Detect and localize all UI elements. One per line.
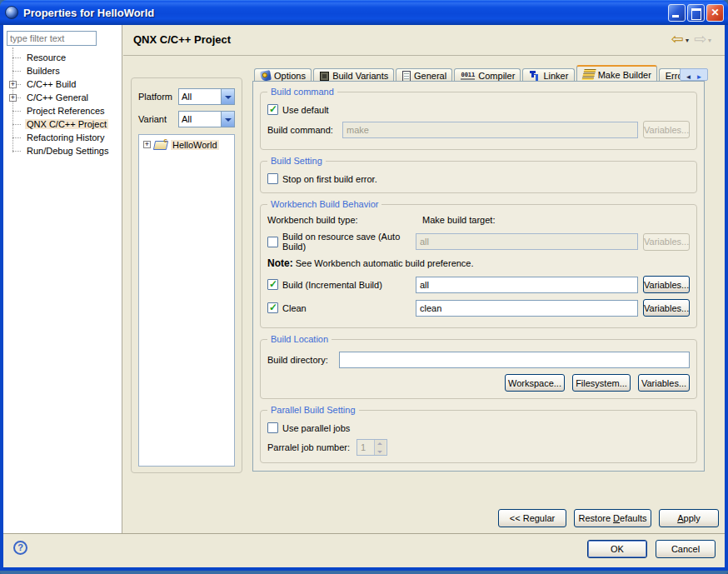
close-button[interactable] — [706, 4, 724, 22]
incremental-build-label: Build (Incremental Build) — [282, 280, 382, 290]
sidebar-item-resource[interactable]: Resource — [3, 51, 122, 64]
tab-scroll-control — [680, 68, 708, 81]
variant-select[interactable]: All — [178, 111, 235, 127]
sidebar-item-label: QNX C/C++ Project — [25, 119, 108, 129]
restore-defaults-button[interactable]: Restore Defaults — [574, 509, 651, 527]
build-directory-input[interactable] — [339, 352, 690, 368]
variables-button[interactable]: Variables... — [643, 276, 690, 293]
title-bar[interactable]: Properties for HelloWorld — [0, 0, 728, 25]
workbench-build-group: Workbench Build Behavior Workbench build… — [260, 204, 697, 328]
build-location-group: Build Location Build directory: Workspac… — [260, 339, 697, 399]
auto-build-checkbox[interactable] — [267, 237, 278, 247]
sidebar-item-label: Project References — [25, 106, 107, 116]
make-builder-panel: Build command Use default Build command:… — [252, 81, 705, 472]
apply-text: pply — [684, 513, 701, 523]
variant-value: All — [179, 114, 221, 124]
auto-build-label: Build on resource save (Auto Build) — [282, 232, 416, 252]
platform-variant-group: Platform All Variant All HelloWorld — [131, 77, 242, 473]
filesystem-button[interactable]: Filesystem... — [572, 374, 631, 392]
filter-input[interactable] — [7, 31, 97, 46]
help-icon[interactable]: ? — [13, 541, 27, 555]
clean-checkbox[interactable] — [267, 302, 278, 313]
sidebar-item-project-references[interactable]: Project References — [3, 104, 122, 117]
expand-plus-icon[interactable] — [9, 81, 17, 88]
tab-label: Compiler — [478, 71, 515, 81]
build-command-label: Build command: — [267, 125, 342, 135]
expand-plus-icon[interactable] — [9, 94, 17, 102]
use-parallel-jobs-checkbox[interactable] — [267, 422, 278, 433]
restore-defaults-text: Restore — [579, 513, 614, 523]
sidebar-item-run-debug-settings[interactable]: Run/Debug Settings — [3, 144, 122, 157]
sidebar-item-label: Builders — [25, 66, 62, 76]
project-tree-item[interactable]: HelloWorld — [141, 137, 232, 152]
platform-value: All — [179, 92, 221, 102]
tab-label: Make Builder — [598, 70, 651, 80]
regular-button[interactable]: << Regular — [498, 509, 566, 527]
binary-icon — [461, 72, 475, 80]
restore-defaults-text: efaults — [620, 513, 646, 523]
build-command-input — [342, 122, 638, 138]
note-label: Note: — [267, 257, 293, 269]
linker-icon — [529, 71, 540, 81]
sidebar-item-refactoring-history[interactable]: Refactoring History — [3, 131, 122, 144]
app-icon — [5, 6, 18, 19]
chevron-down-icon[interactable] — [221, 89, 234, 104]
clean-label: Clean — [282, 303, 307, 313]
back-dropdown-icon[interactable] — [686, 37, 689, 44]
incremental-target-input[interactable] — [416, 277, 638, 293]
page-header: QNX C/C++ Project — [123, 25, 725, 56]
note-text: See Workbench automatic build preference… — [296, 258, 474, 268]
tab-label: General — [414, 71, 446, 81]
sidebar: Resource Builders C/C++ Build C/C++ Gene… — [3, 25, 122, 537]
tree-stub — [12, 137, 21, 138]
group-title: Build Location — [267, 334, 332, 344]
use-parallel-jobs-label: Use parallel jobs — [282, 423, 350, 433]
sidebar-item-cpp-general[interactable]: C/C++ General — [3, 91, 122, 104]
clean-target-input[interactable] — [416, 300, 638, 317]
ok-button[interactable]: OK — [587, 540, 647, 558]
parallel-job-spinner — [357, 439, 387, 456]
sidebar-item-builders[interactable]: Builders — [3, 64, 122, 77]
group-title: Build Setting — [267, 156, 326, 166]
project-list: HelloWorld — [138, 134, 235, 467]
sidebar-item-cpp-build[interactable]: C/C++ Build — [3, 77, 122, 91]
sidebar-item-qnx-project[interactable]: QNX C/C++ Project — [3, 117, 122, 131]
tab-scroll-right-icon[interactable] — [696, 67, 703, 82]
apply-button[interactable]: Apply — [659, 509, 719, 527]
sidebar-item-label: C/C++ General — [25, 92, 90, 102]
variant-label: Variant — [138, 114, 178, 124]
parallel-job-number-label: Parralel job number: — [267, 442, 357, 452]
use-default-label: Use default — [282, 105, 329, 115]
sidebar-item-label: Run/Debug Settings — [25, 146, 110, 156]
tab-scroll-left-icon[interactable] — [686, 67, 692, 82]
variables-button: Variables... — [643, 121, 690, 138]
sidebar-item-label: Resource — [25, 52, 67, 62]
properties-tree: Resource Builders C/C++ Build C/C++ Gene… — [3, 51, 122, 157]
sidebar-item-label: C/C++ Build — [25, 79, 77, 89]
workspace-button[interactable]: Workspace... — [505, 374, 565, 392]
stop-on-error-label: Stop on first build error. — [282, 174, 377, 184]
make-builder-icon — [581, 69, 596, 80]
tab-label: Build Variants — [332, 71, 388, 81]
tab-label: Options — [274, 71, 306, 81]
incremental-build-checkbox[interactable] — [267, 279, 278, 290]
tree-stub — [12, 57, 21, 58]
use-default-checkbox[interactable] — [267, 104, 278, 115]
stop-on-error-checkbox[interactable] — [267, 173, 278, 184]
chevron-down-icon[interactable] — [221, 112, 234, 127]
spinner-down-icon — [375, 447, 386, 455]
spinner-up-icon — [375, 440, 386, 447]
apply-accel: A — [677, 513, 683, 523]
window-title: Properties for HelloWorld — [23, 7, 668, 19]
make-build-target-label: Make build target: — [422, 215, 495, 225]
workbench-build-type-label: Workbench build type: — [267, 215, 422, 225]
minimize-button[interactable] — [668, 4, 686, 22]
variables-button[interactable]: Variables... — [643, 299, 690, 317]
expand-plus-icon[interactable] — [143, 141, 151, 148]
platform-select[interactable]: All — [178, 88, 235, 105]
variables-button[interactable]: Variables... — [638, 374, 690, 392]
tab-make-builder[interactable]: Make Builder — [576, 65, 657, 82]
back-arrow-icon[interactable] — [671, 30, 684, 48]
cancel-button[interactable]: Cancel — [656, 540, 716, 558]
maximize-button[interactable] — [687, 4, 705, 22]
